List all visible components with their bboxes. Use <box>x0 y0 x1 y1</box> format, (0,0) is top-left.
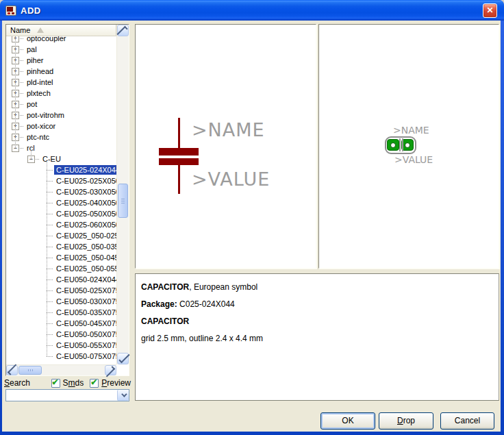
tree-item[interactable]: +pot <box>7 99 116 110</box>
tree-connector <box>20 38 23 39</box>
tree-connector <box>47 170 53 171</box>
tree-item[interactable]: C-EU050-050X075 <box>7 329 116 340</box>
tree-item[interactable]: C-EU050-055X075 <box>7 340 116 351</box>
horizontal-scroll-thumb[interactable] <box>18 366 42 375</box>
tree-item-label: plxtech <box>25 88 53 98</box>
search-combobox[interactable] <box>5 389 129 401</box>
tree-item-label: pot-xicor <box>25 121 58 131</box>
column-header-label: Name <box>10 26 30 34</box>
tree-item[interactable]: C-EU050-024X044 <box>7 274 116 285</box>
tree-item[interactable]: C-EU025-025X050 <box>7 175 116 186</box>
tree-item[interactable]: C-EU025-040X050 <box>7 197 116 208</box>
tree-connector <box>20 60 23 61</box>
tree-item-label: C-EU025-060X050 <box>54 220 116 229</box>
package-preview-canvas: >NAME >VALUE <box>319 25 499 268</box>
search-label: Search <box>4 378 51 388</box>
capacitor-plate-bottom <box>159 158 199 165</box>
tree-item-label: pot-vitrohm <box>25 110 66 120</box>
description-line: Package: C025-024X044 <box>141 296 493 313</box>
tree-connector <box>20 82 23 83</box>
tree-item[interactable]: +pot-xicor <box>7 121 116 132</box>
window-title: ADD <box>21 5 41 16</box>
tree-column-header-name[interactable]: Name <box>6 25 116 36</box>
scroll-up-button[interactable] <box>117 25 129 36</box>
tree-vertical-scrollbar[interactable] <box>116 25 129 364</box>
eagle-app-icon <box>5 5 16 16</box>
smds-checkbox-group[interactable]: ✔ Smds <box>51 378 84 388</box>
tree-item[interactable]: C-EU050-035X075 <box>7 307 116 318</box>
tree-item-label: pld-intel <box>25 77 55 87</box>
tree-item[interactable]: C-EU050-075X075 <box>7 351 116 362</box>
tree-item[interactable]: −rcl <box>7 142 116 153</box>
tree-item-label: C-EU050-025X075 <box>54 286 116 295</box>
tree-item[interactable]: C-EU050-025X075 <box>7 285 116 296</box>
tree-item-label: ptc-ntc <box>25 132 51 142</box>
scroll-right-button[interactable] <box>105 365 116 375</box>
search-input[interactable] <box>6 390 117 401</box>
tree-item[interactable]: +pld-intel <box>7 77 116 88</box>
drop-button[interactable]: Drop <box>379 412 433 430</box>
tree-item[interactable]: C-EU025_050-025X0 <box>7 230 116 241</box>
tree-viewport: +optocoupler+pal+piher+pinhead+pld-intel… <box>7 36 116 364</box>
tree-item-label: C-EU050-030X075 <box>54 297 116 306</box>
tree-rows: +optocoupler+pal+piher+pinhead+pld-intel… <box>7 36 116 362</box>
chevron-right-icon <box>104 366 115 377</box>
preview-checkbox[interactable]: ✔ <box>90 379 99 388</box>
tree-connector <box>20 93 23 94</box>
tree-item[interactable]: C-EU050-030X075 <box>7 296 116 307</box>
smds-label: Smds <box>63 378 84 388</box>
symbol-preview-canvas: >NAME >VALUE <box>136 25 316 268</box>
scroll-left-button[interactable] <box>6 365 18 375</box>
tree-item[interactable]: +pot-vitrohm <box>7 110 116 121</box>
tree-connector <box>47 323 53 324</box>
tree-guide-line <box>31 150 32 159</box>
tree-item[interactable]: C-EU025_050-055X0 <box>7 263 116 274</box>
capacitor-silk-mark <box>399 138 401 151</box>
tree-item[interactable]: C-EU025-060X050 <box>7 219 116 230</box>
chevron-left-icon <box>8 364 18 375</box>
ok-button[interactable]: OK <box>320 412 375 430</box>
close-icon[interactable]: ✕ <box>483 3 497 18</box>
description-bold-text: CAPACITOR <box>141 282 189 292</box>
tree-item[interactable]: C-EU025_050-035X0 <box>7 241 116 252</box>
vertical-scroll-thumb[interactable] <box>118 184 128 218</box>
tree-item[interactable]: +pal <box>7 44 116 55</box>
pad-1 <box>387 139 399 151</box>
tree-connector <box>47 301 53 302</box>
tree-item-label: pal <box>25 45 39 54</box>
tree-guide-line <box>15 36 16 148</box>
description-line: CAPACITOR, European symbol <box>141 279 493 296</box>
tree-item[interactable]: −C-EU <box>7 153 116 164</box>
tree-connector <box>47 269 53 269</box>
tree-horizontal-scrollbar[interactable] <box>6 364 116 375</box>
tree-connector <box>47 192 53 192</box>
tree-item[interactable]: C-EU025-030X050 <box>7 186 116 197</box>
tree-item[interactable]: C-EU025-050X050 <box>7 208 116 219</box>
tree-item[interactable]: +ptc-ntc <box>7 132 116 142</box>
tree-connector <box>47 225 53 225</box>
chevron-down-icon <box>118 352 129 363</box>
tree-item[interactable]: C-EU025_050-045X0 <box>7 252 116 263</box>
smds-checkbox[interactable]: ✔ <box>51 379 60 388</box>
combo-dropdown-button[interactable] <box>117 390 129 401</box>
tree-item[interactable]: +piher <box>7 55 116 66</box>
title-bar[interactable]: ADD ✕ <box>0 0 504 21</box>
tree-item[interactable]: +pinhead <box>7 66 116 77</box>
tree-item[interactable]: C-EU025-024X044 <box>7 164 116 175</box>
tree-item[interactable]: C-EU050-045X075 <box>7 318 116 329</box>
tree-item-label: pot <box>25 99 39 109</box>
cancel-button[interactable]: Cancel <box>440 412 494 430</box>
tree-item[interactable]: +plxtech <box>7 88 116 99</box>
tree-item-label: C-EU025_050-055X0 <box>54 264 116 273</box>
tree-item-label: C-EU025-040X050 <box>54 198 116 208</box>
description-text: , European symbol <box>189 282 257 292</box>
scroll-down-button[interactable] <box>117 353 129 364</box>
sort-ascending-icon <box>37 27 44 33</box>
tree-item[interactable]: +optocoupler <box>7 36 116 44</box>
tree-connector <box>47 181 53 182</box>
symbol-preview-panel: >NAME >VALUE <box>135 24 316 269</box>
tree-connector <box>20 137 23 138</box>
tree-item-label: C-EU <box>40 154 63 164</box>
tree-item-label: C-EU050-055X075 <box>54 340 116 350</box>
preview-checkbox-group[interactable]: ✔ Preview <box>90 378 131 388</box>
